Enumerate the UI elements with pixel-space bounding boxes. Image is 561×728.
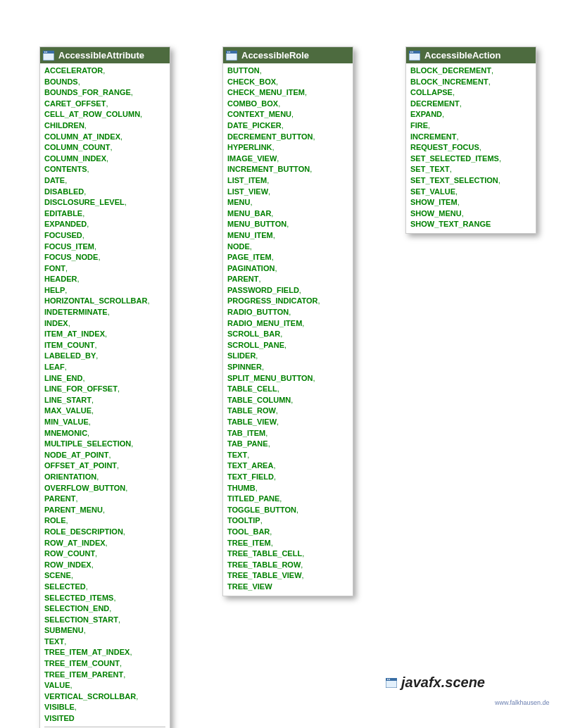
enum-item[interactable]: EXPANDED, [44,219,165,230]
enum-item[interactable]: MNEMONIC, [44,428,165,439]
enum-item[interactable]: SET_SELECTED_ITEMS, [410,153,531,165]
enum-item[interactable]: HYPERLINK, [227,142,348,153]
enum-item[interactable]: MENU, [227,197,348,208]
enum-item[interactable]: LIST_ITEM, [227,175,348,187]
enum-item[interactable]: ORIENTATION, [44,472,165,483]
enum-item[interactable]: CHECK_BOX, [227,77,348,88]
enum-item[interactable]: INDETERMINATE, [44,307,165,318]
enum-item[interactable]: INCREMENT, [410,132,531,143]
enum-item[interactable]: FOCUSED, [44,230,165,241]
enum-item[interactable]: TREE_TABLE_ROW, [227,560,348,571]
enum-item[interactable]: CHECK_MENU_ITEM, [227,87,348,99]
enum-item[interactable]: MAX_VALUE, [44,406,165,417]
enum-item[interactable]: RADIO_MENU_ITEM, [227,318,348,330]
enum-item[interactable]: TABLE_ROW, [227,406,348,417]
enum-item[interactable]: PAGINATION, [227,263,348,275]
enum-item[interactable]: EXPAND, [410,109,531,120]
enum-item[interactable]: TREE_ITEM_AT_INDEX, [44,647,165,658]
enum-item[interactable]: DATE, [44,175,165,187]
enum-item[interactable]: SLIDER, [227,351,348,362]
enum-item[interactable]: THUMB, [227,483,348,494]
enum-item[interactable]: VALUE, [44,680,165,691]
enum-item[interactable]: LABELED_BY, [44,351,165,362]
enum-item[interactable]: TABLE_COLUMN, [227,395,348,406]
enum-item[interactable]: SHOW_TEXT_RANGE [410,219,531,230]
enum-item[interactable]: PROGRESS_INDICATOR, [227,296,348,307]
enum-item[interactable]: FOCUS_ITEM, [44,241,165,253]
enum-item[interactable]: ROW_COUNT, [44,548,165,560]
enum-item[interactable]: LINE_END, [44,373,165,384]
enum-item[interactable]: TOGGLE_BUTTON, [227,505,348,516]
enum-item[interactable]: HORIZONTAL_SCROLLBAR, [44,296,165,307]
enum-item[interactable]: SUBMENU, [44,625,165,636]
enum-item[interactable]: BOUNDS_FOR_RANGE, [44,87,165,99]
enum-item[interactable]: COMBO_BOX, [227,99,348,110]
enum-item[interactable]: INDEX, [44,318,165,330]
enum-item[interactable]: SELECTED_ITEMS, [44,593,165,604]
enum-item[interactable]: DISABLED, [44,187,165,198]
enum-item[interactable]: HEADER, [44,274,165,285]
enum-item[interactable]: INCREMENT_BUTTON, [227,164,348,175]
enum-item[interactable]: COLUMN_INDEX, [44,153,165,165]
enum-item[interactable]: TEXT, [227,450,348,461]
enum-item[interactable]: NODE_AT_POINT, [44,450,165,461]
enum-item[interactable]: LINE_FOR_OFFSET, [44,384,165,395]
enum-item[interactable]: CONTENTS, [44,164,165,175]
enum-item[interactable]: TEXT_AREA, [227,460,348,472]
enum-item[interactable]: ROW_INDEX, [44,560,165,571]
enum-item[interactable]: DISCLOSURE_LEVEL, [44,197,165,208]
enum-item[interactable]: PARENT, [227,274,348,285]
enum-item[interactable]: TREE_TABLE_VIEW, [227,570,348,582]
enum-item[interactable]: VERTICAL_SCROLLBAR, [44,691,165,703]
enum-item[interactable]: TEXT_FIELD, [227,472,348,483]
enum-item[interactable]: DECREMENT_BUTTON, [227,132,348,143]
enum-item[interactable]: SET_TEXT, [410,164,531,175]
enum-item[interactable]: SELECTED, [44,582,165,593]
enum-item[interactable]: ITEM_AT_INDEX, [44,329,165,340]
enum-item[interactable]: SCROLL_BAR, [227,329,348,340]
panel-header[interactable]: AccessibleRole [223,47,353,63]
enum-item[interactable]: PASSWORD_FIELD, [227,285,348,296]
enum-item[interactable]: TITLED_PANE, [227,494,348,505]
enum-item[interactable]: HELP, [44,285,165,296]
enum-item[interactable]: IMAGE_VIEW, [227,153,348,165]
enum-item[interactable]: TABLE_VIEW, [227,417,348,428]
enum-item[interactable]: TREE_ITEM_COUNT, [44,658,165,670]
enum-item[interactable]: CARET_OFFSET, [44,99,165,110]
enum-item[interactable]: REQUEST_FOCUS, [410,142,531,153]
enum-item[interactable]: EDITABLE, [44,208,165,220]
enum-item[interactable]: BOUNDS, [44,77,165,88]
enum-item[interactable]: LINE_START, [44,395,165,406]
enum-item[interactable]: SCROLL_PANE, [227,340,348,351]
enum-item[interactable]: ACCELERATOR, [44,65,165,77]
enum-item[interactable]: TREE_VIEW [227,582,348,593]
enum-item[interactable]: BUTTON, [227,65,348,77]
enum-item[interactable]: PARENT_MENU, [44,505,165,516]
enum-item[interactable]: LEAF, [44,362,165,373]
enum-item[interactable]: DECREMENT, [410,99,531,110]
enum-item[interactable]: VISIBLE, [44,702,165,713]
enum-item[interactable]: NODE, [227,241,348,253]
enum-item[interactable]: MENU_BUTTON, [227,219,348,230]
enum-item[interactable]: MENU_BAR, [227,208,348,220]
enum-item[interactable]: CELL_AT_ROW_COLUMN, [44,109,165,120]
enum-item[interactable]: SHOW_MENU, [410,208,531,220]
enum-item[interactable]: CONTEXT_MENU, [227,109,348,120]
enum-item[interactable]: TEXT, [44,636,165,648]
enum-item[interactable]: TAB_PANE, [227,439,348,450]
enum-item[interactable]: SET_VALUE, [410,187,531,198]
enum-item[interactable]: TAB_ITEM, [227,428,348,439]
enum-item[interactable]: SET_TEXT_SELECTION, [410,175,531,187]
enum-item[interactable]: OVERFLOW_BUTTON, [44,483,165,494]
enum-item[interactable]: COLUMN_AT_INDEX, [44,132,165,143]
enum-item[interactable]: BLOCK_DECREMENT, [410,65,531,77]
enum-item[interactable]: BLOCK_INCREMENT, [410,77,531,88]
enum-item[interactable]: SELECTION_END, [44,603,165,615]
enum-item[interactable]: CHILDREN, [44,120,165,132]
enum-item[interactable]: PARENT, [44,494,165,505]
enum-item[interactable]: COLLAPSE, [410,87,531,99]
enum-item[interactable]: FOCUS_NODE, [44,252,165,263]
enum-item[interactable]: FONT, [44,263,165,275]
panel-header[interactable]: AccessibleAttribute [40,47,170,63]
enum-item[interactable]: SPINNER, [227,362,348,373]
